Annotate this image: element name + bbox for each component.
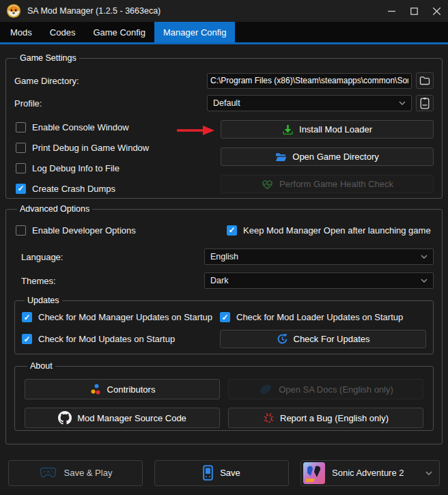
checkbox-check-mod-loader-updates[interactable]: Check for Mod Loader Updates on Startup (220, 312, 426, 322)
perform-game-health-check-button[interactable]: Perform Game Health Check (221, 175, 434, 193)
profile-select-value: Default (213, 98, 240, 108)
maximize-button[interactable] (403, 0, 425, 22)
handheld-console-icon (203, 465, 213, 481)
checkbox-box (16, 143, 26, 153)
install-mod-loader-button[interactable]: Install Mod Loader (221, 120, 434, 139)
folder-icon (419, 76, 430, 85)
checkbox-check-mod-updates[interactable]: Check for Mod Updates on Startup (22, 334, 213, 344)
themes-select-value: Dark (210, 276, 228, 285)
game-directory-input[interactable] (207, 73, 412, 89)
red-arrow-annotation (176, 125, 215, 138)
checkbox-box (16, 225, 26, 236)
checkbox-create-crash-dumps[interactable]: Create Crash Dumps (16, 182, 221, 195)
language-label: Language: (21, 252, 63, 262)
chevron-down-icon (425, 471, 432, 475)
save-button[interactable]: Save (154, 460, 289, 486)
game-directory-label: Game Directory: (14, 76, 79, 86)
game-settings-columns: Enable Console Window Print Debug in Gam… (14, 120, 434, 202)
tab-label: Mods (10, 27, 32, 38)
download-icon (282, 124, 294, 135)
game-settings-buttons: Install Mod Loader Open Game Directory P… (221, 120, 434, 202)
checkbox-box (16, 122, 26, 132)
maximize-icon (410, 8, 418, 15)
sa2-box-art-thumbnail (303, 462, 325, 484)
contributors-button[interactable]: Contributors (25, 379, 220, 399)
report-a-bug-button[interactable]: Report a Bug (English only) (228, 408, 423, 428)
advanced-checkbox-row: Enable Developer Options Keep Mod Manage… (16, 223, 434, 237)
docs-icon (258, 383, 273, 395)
close-button[interactable] (425, 0, 448, 22)
checkbox-box (227, 225, 237, 236)
tails-icon (6, 3, 21, 18)
language-select-value: English (210, 252, 238, 261)
open-sa-docs-button[interactable]: Open SA Docs (English only) (228, 379, 423, 399)
updates-legend: Updates (25, 296, 62, 305)
check-for-updates-button[interactable]: Check For Updates (220, 330, 426, 348)
game-selector[interactable]: Sonic Adventure 2 (300, 460, 440, 486)
heart-pulse-icon (261, 178, 274, 190)
checkbox-box (16, 163, 26, 173)
mod-manager-source-code-button[interactable]: Mod Manager Source Code (25, 408, 220, 428)
footer-bar: Save & Play Save Sonic Advent (0, 451, 448, 495)
themes-label: Themes: (21, 276, 56, 286)
manager-config-panel: Game Settings Game Directory: Profile: D… (0, 44, 448, 451)
language-select[interactable]: English (204, 249, 434, 265)
window-title: SA Mod Manager (1.2.5 - 3663eca) (27, 6, 380, 16)
tab-bar: Mods Codes Game Config Manager Config (0, 22, 448, 42)
game-settings-legend: Game Settings (17, 53, 79, 63)
updates-group: Updates Check for Mod Manager Updates on… (14, 296, 434, 354)
open-folder-icon (275, 152, 287, 162)
chevron-down-icon (421, 255, 428, 259)
advanced-options-group: Advanced Options Enable Developer Option… (5, 204, 443, 444)
profile-select[interactable]: Default (207, 95, 412, 111)
bug-icon (263, 412, 275, 424)
checkbox-log-debug-info-to-file[interactable]: Log Debug Info to File (16, 161, 221, 175)
minimize-icon (388, 8, 395, 15)
about-group: About Contributors Open SA Docs (English… (14, 361, 434, 431)
tab-mods[interactable]: Mods (1, 22, 41, 42)
chevron-down-icon (421, 279, 428, 283)
gamepad-icon (39, 466, 57, 479)
game-selector-value: Sonic Adventure 2 (332, 468, 404, 478)
tab-game-config[interactable]: Game Config (84, 22, 154, 42)
checkbox-box (220, 312, 230, 322)
close-icon (433, 8, 440, 15)
tab-manager-config[interactable]: Manager Config (154, 22, 236, 42)
language-row: Language: English (14, 248, 434, 266)
checkbox-print-debug-in-game-window[interactable]: Print Debug in Game Window (16, 141, 221, 154)
contributors-icon (89, 383, 102, 395)
github-icon (58, 411, 72, 425)
profile-row: Profile: Default (14, 94, 434, 112)
red-arrow-icon (176, 125, 215, 136)
game-directory-row: Game Directory: (14, 72, 434, 89)
checkbox-box (22, 312, 32, 322)
profile-label: Profile: (14, 98, 42, 109)
checkbox-enable-developer-options[interactable]: Enable Developer Options (16, 225, 227, 236)
checkbox-check-mod-manager-updates[interactable]: Check for Mod Manager Updates on Startup (22, 312, 213, 322)
profile-book-icon (420, 98, 430, 109)
tab-codes[interactable]: Codes (41, 22, 85, 42)
tab-label: Game Config (93, 27, 145, 38)
about-legend: About (27, 361, 55, 371)
themes-select[interactable]: Dark (204, 272, 434, 289)
game-settings-group: Game Settings Game Directory: Profile: D… (5, 53, 443, 199)
chevron-down-icon (399, 101, 406, 105)
tab-label: Codes (50, 27, 76, 38)
title-bar: SA Mod Manager (1.2.5 - 3663eca) (0, 0, 448, 22)
themes-row: Themes: Dark (14, 272, 434, 289)
minimize-button[interactable] (380, 0, 403, 22)
save-and-play-button[interactable]: Save & Play (8, 460, 143, 486)
open-game-directory-button[interactable]: Open Game Directory (221, 147, 434, 166)
browse-game-directory-button[interactable] (416, 72, 434, 89)
manage-profiles-button[interactable] (416, 95, 434, 111)
checkbox-box (16, 184, 26, 194)
checkbox-keep-mod-manager-open[interactable]: Keep Mod Manager Open after launching ga… (227, 225, 431, 236)
update-clock-icon (277, 333, 288, 345)
advanced-options-legend: Advanced Options (17, 204, 92, 214)
checkbox-box (22, 334, 32, 344)
tab-label: Manager Config (163, 27, 227, 38)
